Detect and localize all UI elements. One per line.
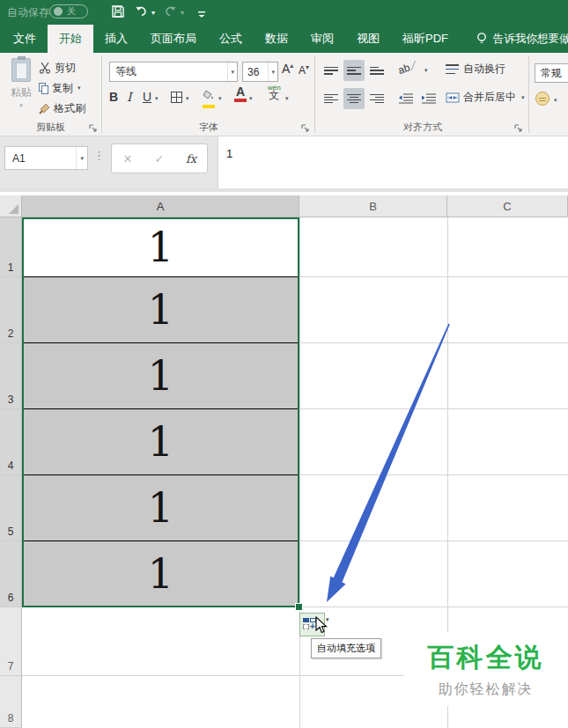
fill-color-dropdown-icon[interactable]: ▾ (218, 95, 222, 102)
redo-icon[interactable] (164, 5, 177, 21)
tab-file[interactable]: 文件 (2, 25, 48, 53)
font-color-dropdown-icon[interactable]: ▾ (249, 95, 253, 102)
undo-dropdown-icon[interactable]: ▾ (151, 9, 155, 17)
format-painter-button[interactable]: 格式刷 (39, 99, 85, 117)
column-header-A[interactable]: A (22, 195, 299, 217)
tab-7[interactable]: 视图 (345, 25, 391, 53)
formula-buttons: ✕ ✓ fx (111, 143, 208, 173)
merge-center-button[interactable]: 合并后居中 ▾ (446, 90, 525, 105)
customize-qat-icon[interactable] (197, 7, 206, 23)
tab-1[interactable]: 开始 (48, 25, 93, 53)
align-bottom-button[interactable] (366, 60, 387, 81)
clipboard-dialog-launcher-icon[interactable] (89, 124, 98, 133)
row-header-7[interactable]: 7 (0, 607, 22, 676)
accounting-format-button[interactable] (535, 92, 550, 106)
number-format-combo[interactable]: 常规 (535, 63, 568, 83)
accounting-dropdown-icon[interactable]: ▾ (554, 97, 557, 104)
italic-button[interactable]: I (127, 90, 132, 104)
group-separator (528, 55, 529, 133)
undo-icon[interactable] (135, 5, 148, 21)
align-left-icon (324, 94, 338, 104)
cell-A5[interactable]: 1 (22, 475, 299, 541)
ribbon-tab-bar: 文件开始插入页面布局公式数据审阅视图福昕PDF 告诉我你想要做什 (0, 25, 568, 53)
align-right-button[interactable] (366, 88, 387, 109)
fill-color-button[interactable] (203, 88, 216, 108)
column-header-C[interactable]: C (447, 195, 568, 217)
align-left-button[interactable] (321, 88, 342, 109)
underline-dropdown-icon[interactable]: ▾ (155, 95, 159, 102)
worksheet-grid[interactable]: ABC 12345678 111111 百科全说 助你轻松解决 + ▾ 自动填充… (0, 195, 568, 728)
merge-center-dropdown-icon: ▾ (521, 94, 525, 101)
row-header-8[interactable]: 8 (0, 676, 22, 728)
align-middle-button[interactable] (343, 60, 365, 81)
enter-button[interactable]: ✓ (144, 152, 175, 165)
tab-3[interactable]: 页面布局 (139, 25, 208, 53)
redo-dropdown-icon[interactable]: ▾ (181, 9, 184, 17)
font-group: 等线 ▾ 36 ▾ A▴ A▾ B I U ▾ ▾ ▾ A ▾ wén 文 ▾ … (104, 53, 314, 136)
alignment-dialog-launcher-icon[interactable] (514, 124, 523, 133)
cell-A6[interactable]: 1 (22, 541, 299, 607)
insert-function-button[interactable]: fx (175, 152, 207, 165)
cell-A1[interactable]: 1 (22, 217, 299, 277)
column-header-B[interactable]: B (299, 195, 447, 217)
formula-input[interactable]: 1 (218, 136, 568, 188)
shrink-font-button[interactable]: A▾ (299, 63, 309, 77)
tab-8[interactable]: 福昕PDF (391, 25, 460, 53)
tab-4[interactable]: 公式 (208, 25, 254, 53)
orientation-dropdown-icon[interactable]: ▾ (424, 67, 428, 74)
cell-A2[interactable]: 1 (22, 277, 299, 343)
group-separator (101, 55, 102, 133)
wrap-text-button[interactable]: 自动换行 (446, 62, 505, 77)
paste-button[interactable]: 粘贴 ▾ (5, 58, 37, 121)
row-header-3[interactable]: 3 (0, 343, 22, 409)
increase-indent-button[interactable] (421, 92, 437, 107)
copy-button[interactable]: 复制 ▾ (39, 79, 81, 97)
lightbulb-icon (476, 32, 488, 46)
align-top-button[interactable] (321, 60, 342, 81)
font-size-combo[interactable]: 36 ▾ (242, 62, 278, 82)
row-header-1[interactable]: 1 (0, 217, 22, 277)
cell-A3[interactable]: 1 (22, 343, 299, 409)
align-top-icon (324, 67, 338, 75)
phonetic-button[interactable]: wén 文 (268, 85, 281, 99)
ribbon: 粘贴 ▾ 剪切 复制 ▾ 格式刷 剪贴板 等线 ▾ 36 ▾ A▴ A▾ (0, 53, 568, 136)
font-name-combo[interactable]: 等线 ▾ (109, 62, 238, 82)
cell-A4[interactable]: 1 (22, 409, 299, 475)
borders-button[interactable] (171, 92, 182, 103)
wrap-text-icon (446, 64, 459, 74)
tellme-box[interactable]: 告诉我你想要做什 (476, 25, 568, 53)
decrease-indent-button[interactable] (398, 92, 414, 107)
name-box[interactable]: A1 ▾ (4, 146, 88, 170)
save-icon[interactable] (111, 4, 125, 22)
borders-dropdown-icon[interactable]: ▾ (186, 95, 189, 102)
phonetic-dropdown-icon[interactable]: ▾ (285, 95, 289, 102)
font-dialog-launcher-icon[interactable] (301, 124, 310, 133)
orientation-button[interactable]: ab⟋ (396, 59, 418, 77)
font-size-dropdown-icon: ▾ (268, 63, 277, 81)
align-right-icon (370, 94, 384, 104)
select-all-button[interactable] (0, 195, 22, 217)
cut-button[interactable]: 剪切 (39, 59, 76, 77)
fill-handle[interactable] (295, 603, 303, 611)
row-header-4[interactable]: 4 (0, 409, 22, 475)
underline-button[interactable]: U (143, 90, 151, 104)
align-bottom-icon (370, 67, 384, 75)
tab-5[interactable]: 数据 (254, 25, 299, 53)
row-header-5[interactable]: 5 (0, 475, 22, 541)
tab-2[interactable]: 插入 (93, 25, 139, 53)
align-center-button[interactable] (343, 88, 365, 109)
row-header-6[interactable]: 6 (0, 541, 22, 607)
name-box-dropdown-icon: ▾ (76, 147, 87, 169)
tab-6[interactable]: 审阅 (299, 25, 345, 53)
bold-button[interactable]: B (109, 90, 118, 104)
cut-label: 剪切 (55, 61, 76, 76)
mouse-cursor-icon (315, 616, 328, 635)
cancel-button[interactable]: ✕ (112, 152, 144, 165)
grow-font-button[interactable]: A▴ (282, 62, 293, 76)
row-header-2[interactable]: 2 (0, 277, 22, 343)
paste-dropdown-icon: ▾ (19, 102, 23, 109)
autosave-toggle[interactable]: 关 (49, 4, 88, 18)
font-color-button[interactable]: A (234, 86, 247, 102)
underline-label: U (143, 90, 151, 104)
formula-bar-resize-handle[interactable]: ⋮ (93, 149, 105, 162)
